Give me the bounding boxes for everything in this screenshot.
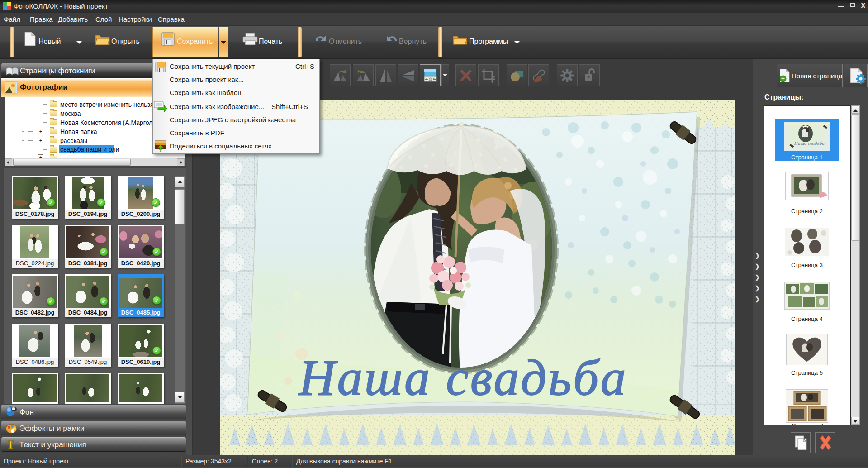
svg-text:T: T bbox=[7, 439, 14, 450]
svg-text:Наша свадьба: Наша свадьба bbox=[794, 140, 825, 146]
svg-text:Наша свадьба: Наша свадьба bbox=[298, 349, 628, 406]
